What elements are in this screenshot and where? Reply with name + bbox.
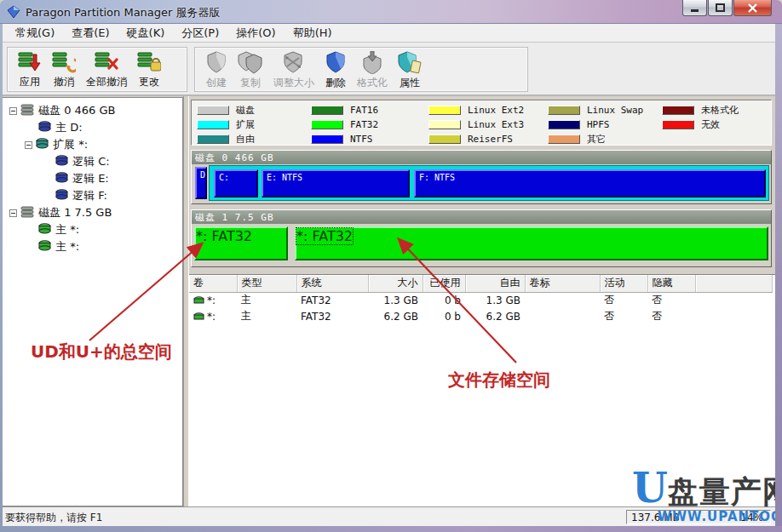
properties-button[interactable]: 属性 xyxy=(393,50,427,89)
apply-button[interactable]: 应用 xyxy=(13,50,47,89)
undo-label: 撤消 xyxy=(54,75,74,89)
partition-e[interactable]: E: NTFS xyxy=(262,169,410,197)
undo-icon xyxy=(52,51,76,73)
collapse-icon[interactable] xyxy=(9,209,17,217)
tree-label: 逻辑 F: xyxy=(72,188,107,203)
tree-item-logical-e[interactable]: 逻辑 E: xyxy=(3,170,182,187)
resize-button[interactable]: 调整大小 xyxy=(268,50,319,89)
legend-swatch xyxy=(548,134,580,144)
copy-label: 复制 xyxy=(240,76,261,90)
collapse-icon[interactable] xyxy=(9,107,17,115)
partition-icon xyxy=(55,189,68,203)
window-frame-right xyxy=(775,24,782,526)
extended-partition[interactable]: C: E: NTFS F: NTFS xyxy=(209,165,769,201)
close-button[interactable] xyxy=(733,0,772,16)
window-frame-left xyxy=(0,24,3,526)
panel-splitter[interactable] xyxy=(183,96,189,506)
table-row[interactable]: *: 主 FAT32 1.3 GB 0 b 1.3 GB 否 否 xyxy=(189,292,772,308)
menu-disk[interactable]: 硬盘(K) xyxy=(118,24,174,43)
maximize-button[interactable] xyxy=(708,0,733,16)
col-size[interactable]: 大小 xyxy=(368,275,423,292)
tree-item-usb-primary-2[interactable]: 主 *: xyxy=(3,238,182,255)
filesystem-legend: 磁盘 扩展 自由 FAT16 FAT32 NTFS Linux Ext2 Lin… xyxy=(191,100,772,146)
create-label: 创建 xyxy=(206,76,227,90)
tree-label: 逻辑 C: xyxy=(72,154,110,169)
partition-icon xyxy=(55,155,68,169)
partition-icon xyxy=(55,172,68,186)
volume-table: 卷 类型 系统 大小 已使用 自由 卷标 活动 隐藏 *: xyxy=(189,275,773,324)
partition-icon xyxy=(38,121,51,134)
col-label[interactable]: 卷标 xyxy=(525,275,600,292)
col-active[interactable]: 活动 xyxy=(600,275,647,292)
disk-tree-panel: 磁盘 0 466 GB 主 D: 扩展 *: 逻辑 C: 逻辑 E: 逻辑 F:… xyxy=(2,97,183,506)
minimize-button[interactable] xyxy=(682,0,707,16)
copy-button[interactable]: 复制 xyxy=(233,50,268,89)
format-label: 格式化 xyxy=(357,76,388,90)
format-icon xyxy=(361,51,383,74)
table-header-row: 卷 类型 系统 大小 已使用 自由 卷标 活动 隐藏 xyxy=(189,275,772,292)
status-help-text: 要获得帮助，请按 F1 xyxy=(5,511,102,525)
partition-icon xyxy=(36,138,49,152)
legend-swatch xyxy=(548,120,580,129)
col-used[interactable]: 已使用 xyxy=(423,275,465,292)
usb-partition-2[interactable]: *: FAT32 xyxy=(295,226,768,260)
watermark-u: U xyxy=(632,464,668,512)
undo-all-button[interactable]: 全部撤消 xyxy=(81,50,132,89)
partition-icon xyxy=(38,240,51,254)
delete-icon xyxy=(325,51,347,74)
watermark-site-url: WWW.UPANTOOL.COM xyxy=(658,509,782,524)
apply-icon xyxy=(18,51,42,73)
col-free[interactable]: 自由 xyxy=(465,275,525,292)
menu-operations[interactable]: 操作(O) xyxy=(227,24,284,43)
window-title: Paragon Partition Manager 服务器版 xyxy=(26,5,221,20)
disk-icon xyxy=(20,206,34,220)
partition-f[interactable]: F: NTFS xyxy=(414,169,766,197)
menu-bar: 常规(G) 查看(E) 硬盘(K) 分区(P) 操作(O) 帮助(H) xyxy=(0,24,782,43)
collapse-icon[interactable] xyxy=(25,141,32,149)
col-type[interactable]: 类型 xyxy=(237,275,296,292)
tree-item-logical-c[interactable]: 逻辑 C: xyxy=(3,153,182,170)
menu-view[interactable]: 查看(E) xyxy=(63,24,118,43)
tree-label: 磁盘 1 7.5 GB xyxy=(38,205,112,220)
undo-all-label: 全部撤消 xyxy=(86,75,127,89)
tree-item-primary-d[interactable]: 主 D: xyxy=(3,119,182,136)
legend-swatch xyxy=(197,134,229,144)
legend-swatch xyxy=(311,106,343,115)
tree-item-disk1[interactable]: 磁盘 1 7.5 GB xyxy=(3,204,182,221)
partition-c[interactable]: C: xyxy=(214,169,258,197)
toolbar: 应用 撤消 全部撤消 更改 xyxy=(0,43,782,96)
watermark-brand: 盘量产网 xyxy=(668,474,782,509)
change-button[interactable]: 更改 xyxy=(132,50,166,89)
change-label: 更改 xyxy=(139,75,159,89)
legend-disk: 磁盘 xyxy=(197,103,255,117)
col-volume[interactable]: 卷 xyxy=(189,275,237,292)
col-hidden[interactable]: 隐藏 xyxy=(647,275,695,292)
delete-button[interactable]: 删除 xyxy=(319,50,352,89)
usb-partition-1[interactable]: *: FAT32 xyxy=(194,226,288,260)
disk1-header: 磁盘 1 7.5 GB xyxy=(192,210,771,224)
create-button[interactable]: 创建 xyxy=(200,50,233,89)
tree-item-extended[interactable]: 扩展 *: xyxy=(3,136,182,153)
legend-invalid: 无效 xyxy=(662,117,739,131)
tree-item-logical-f[interactable]: 逻辑 F: xyxy=(3,187,182,204)
menu-partition[interactable]: 分区(P) xyxy=(173,24,227,43)
tree-item-usb-primary-1[interactable]: 主 *: xyxy=(3,221,182,238)
menu-help[interactable]: 帮助(H) xyxy=(285,24,341,43)
tree-item-disk0[interactable]: 磁盘 0 466 GB xyxy=(3,102,182,119)
col-filler xyxy=(695,275,772,292)
disk0-header: 磁盘 0 466 GB xyxy=(192,151,771,164)
legend-fat32: FAT32 xyxy=(311,117,378,131)
legend-linux-swap: Linux Swap xyxy=(548,103,643,117)
format-button[interactable]: 格式化 xyxy=(352,50,393,89)
menu-general[interactable]: 常规(G) xyxy=(7,24,63,43)
legend-ntfs: NTFS xyxy=(311,132,378,146)
col-filesystem[interactable]: 系统 xyxy=(296,275,368,292)
partition-d[interactable]: D: xyxy=(195,167,207,199)
title-bar: Paragon Partition Manager 服务器版 xyxy=(0,0,782,24)
annotation-left: UD和U+的总空间 xyxy=(31,340,172,363)
table-row[interactable]: *: 主 FAT32 6.2 GB 0 b 6.2 GB 否 否 xyxy=(189,308,772,324)
watermark-logo: U盘量产网 xyxy=(632,464,782,513)
resize-icon xyxy=(282,51,306,74)
legend-swatch xyxy=(428,120,461,129)
undo-button[interactable]: 撤消 xyxy=(47,50,81,89)
